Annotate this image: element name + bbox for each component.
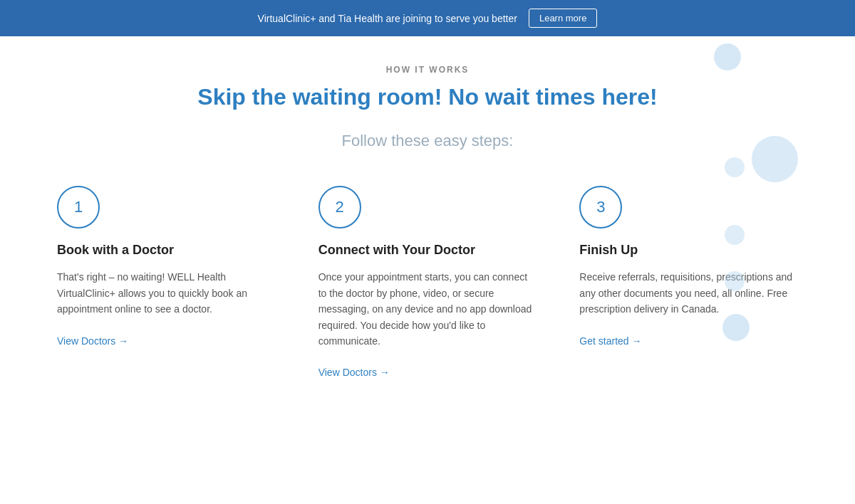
step-3: 3 Finish Up Receive referrals, requisiti… xyxy=(579,186,798,347)
main-heading: Skip the waiting room! No wait times her… xyxy=(57,83,798,110)
step-2: 2 Connect with Your Doctor Once your app… xyxy=(318,186,537,379)
step-2-description: Once your appointment starts, you can co… xyxy=(318,269,537,349)
step-3-description: Receive referrals, requisitions, prescri… xyxy=(579,269,798,317)
learn-more-button[interactable]: Learn more xyxy=(529,9,597,28)
step-1-link[interactable]: View Doctors → xyxy=(57,335,128,347)
steps-container: 1 Book with a Doctor That's right – no w… xyxy=(57,186,798,379)
step-3-link[interactable]: Get started → xyxy=(579,335,641,347)
step-1: 1 Book with a Doctor That's right – no w… xyxy=(57,186,276,347)
step-1-title: Book with a Doctor xyxy=(57,243,276,258)
section-label: HOW IT WORKS xyxy=(57,65,798,75)
sub-heading: Follow these easy steps: xyxy=(57,132,798,150)
step-2-title: Connect with Your Doctor xyxy=(318,243,537,258)
step-1-description: That's right – no waiting! WELL Health V… xyxy=(57,269,276,317)
step-2-link[interactable]: View Doctors → xyxy=(318,367,390,378)
step-3-title: Finish Up xyxy=(579,243,798,258)
step-3-number: 3 xyxy=(579,186,622,229)
main-content: HOW IT WORKS Skip the waiting room! No w… xyxy=(0,36,855,400)
banner-message: VirtualClinic+ and Tia Health are joinin… xyxy=(258,13,517,24)
top-banner: VirtualClinic+ and Tia Health are joinin… xyxy=(0,0,855,36)
step-2-number: 2 xyxy=(318,186,361,229)
step-1-number: 1 xyxy=(57,186,100,229)
decorative-circle-3 xyxy=(725,157,745,177)
